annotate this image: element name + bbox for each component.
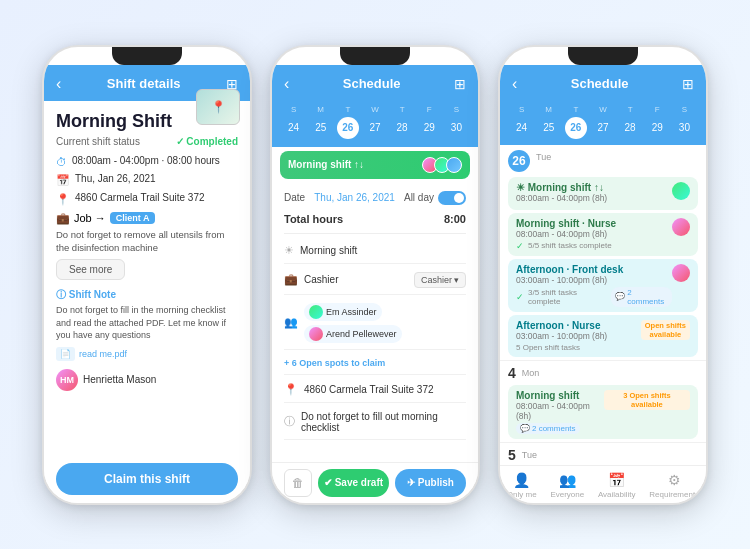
calendar-strip-3: S M T W T F S 24 25 26 27 28 29 30 xyxy=(500,101,706,145)
nav-item-everyone[interactable]: 👥 Everyone xyxy=(550,472,584,499)
back-button-3[interactable]: ‹ xyxy=(512,75,517,93)
map-thumbnail xyxy=(196,89,240,125)
staff-avatar-2 xyxy=(309,327,323,341)
see-more-button[interactable]: See more xyxy=(56,259,125,280)
p3-date-30[interactable]: 30 xyxy=(673,117,695,139)
job-select[interactable]: Cashier ▾ xyxy=(414,272,466,288)
shift-time-frontdesk: 03:00am - 10:00pm (8h) xyxy=(516,275,672,285)
chevron-down-icon: ▾ xyxy=(454,275,459,285)
staff-name-2: Arend Pellewever xyxy=(326,329,397,339)
day-block-26: 26 Tue ☀ Morning shift ↑↓ 08:00am - 04:0… xyxy=(500,145,706,361)
nav-item-availability[interactable]: 📅 Availability xyxy=(598,472,636,499)
day-s2: S xyxy=(445,105,467,114)
date-29[interactable]: 29 xyxy=(418,117,440,139)
dates-row-3: 24 25 26 27 28 29 30 xyxy=(508,117,698,139)
menu-icon-3[interactable]: ⊞ xyxy=(682,76,694,92)
claim-shift-button[interactable]: Claim this shift xyxy=(56,463,238,495)
shift-note-title: ⓘ Shift Note xyxy=(56,288,238,302)
shift-time-mon: 08:00am - 04:00pm (8h) xyxy=(516,401,604,421)
comment-count-2: 2 comments xyxy=(532,424,576,433)
nav-label-requirements: Requirements xyxy=(649,490,699,499)
shift-meta-frontdesk: ✓ 3/5 shift tasks complete 💬 2 comments xyxy=(516,287,672,307)
p3-date-24[interactable]: 24 xyxy=(511,117,533,139)
shift-info-nurse-1: Morning shift · Nurse 08:00am - 04:00pm … xyxy=(516,218,616,251)
p3-day-t1: T xyxy=(565,105,587,114)
day-num-5: 5 xyxy=(508,448,516,462)
shift-title-frontdesk: Afternoon · Front desk xyxy=(516,264,672,275)
availability-icon: 📅 xyxy=(608,472,625,488)
nav-item-requirements[interactable]: ⚙ Requirements xyxy=(649,472,699,499)
back-button-1[interactable]: ‹ xyxy=(56,75,61,93)
delete-button[interactable]: 🗑 xyxy=(284,469,312,497)
everyone-icon: 👥 xyxy=(559,472,576,488)
shift-field-val: Morning shift xyxy=(300,245,466,256)
shift-avatar-frontdesk xyxy=(672,264,690,282)
job-select-val: Cashier xyxy=(421,275,452,285)
meta-text-2: 3/5 shift tasks complete xyxy=(528,288,607,306)
nav-item-only-me[interactable]: 👤 Only me xyxy=(507,472,537,499)
date-27[interactable]: 27 xyxy=(364,117,386,139)
date-info-row: 📅 Thu, Jan 26, 2021 xyxy=(56,173,238,187)
day-s1: S xyxy=(283,105,305,114)
date-30[interactable]: 30 xyxy=(445,117,467,139)
shift-note-desc: Do not forget to fill in the morning che… xyxy=(56,304,238,342)
shift-title-nurse-2: Afternoon · Nurse xyxy=(516,320,607,331)
user-avatar: HM xyxy=(56,369,78,391)
shift-card-mon[interactable]: Morning shift 08:00am - 04:00pm (8h) 💬 2… xyxy=(508,385,698,439)
date-25[interactable]: 25 xyxy=(310,117,332,139)
pdf-row: 📄 read me.pdf xyxy=(56,347,238,361)
phone-2-footer: 🗑 ✔ Save draft ✈ Publish xyxy=(272,462,478,503)
scene: ‹ Shift details ⊞ Morning Shift Current … xyxy=(0,0,750,549)
days-header-2: S M T W T F S xyxy=(280,105,470,114)
shift-title-1: ☀ Morning shift ↑↓ xyxy=(516,182,607,193)
phone-1-footer: Claim this shift xyxy=(44,455,250,503)
calendar-strip-2: S M T W T F S 24 25 26 27 28 29 30 xyxy=(272,101,478,147)
back-button-2[interactable]: ‹ xyxy=(284,75,289,93)
time-info-row: ⏱ 08:00am - 04:00pm · 08:00 hours xyxy=(56,155,238,168)
p3-date-25[interactable]: 25 xyxy=(538,117,560,139)
note-field-val: Do not forget to fill out morning checkl… xyxy=(301,411,466,433)
comment-chip-1: 💬 2 comments xyxy=(611,287,672,307)
date-26-active[interactable]: 26 xyxy=(337,117,359,139)
day-label-4: Mon xyxy=(522,368,540,378)
p3-date-26-active[interactable]: 26 xyxy=(565,117,587,139)
staff-chip-1: Em Assinder xyxy=(304,303,382,321)
shift-card-morning-1[interactable]: ☀ Morning shift ↑↓ 08:00am - 04:00pm (8h… xyxy=(508,177,698,210)
p3-day-m: M xyxy=(538,105,560,114)
phone-1: ‹ Shift details ⊞ Morning Shift Current … xyxy=(42,45,252,505)
date-28[interactable]: 28 xyxy=(391,117,413,139)
job-row: 💼 Job → Client A xyxy=(56,211,238,225)
phone-3-body: 26 Tue ☀ Morning shift ↑↓ 08:00am - 04:0… xyxy=(500,145,706,465)
time-info: 08:00am - 04:00pm · 08:00 hours xyxy=(72,155,220,166)
open-spots-label[interactable]: + 6 Open spots to claim xyxy=(284,358,385,368)
phone-1-screen: ‹ Shift details ⊞ Morning Shift Current … xyxy=(44,65,250,503)
date-24[interactable]: 24 xyxy=(283,117,305,139)
allday-toggle[interactable] xyxy=(438,191,466,205)
p3-date-29[interactable]: 29 xyxy=(646,117,668,139)
job-badge: Client A xyxy=(110,212,156,224)
phone-1-title: Shift details xyxy=(107,76,181,91)
menu-icon-2[interactable]: ⊞ xyxy=(454,76,466,92)
shift-card-nurse-2[interactable]: Afternoon · Nurse 03:00am - 10:00pm (8h)… xyxy=(508,315,698,357)
day-header-4: 4 Mon xyxy=(500,361,706,383)
address-field-icon: 📍 xyxy=(284,383,298,396)
location-icon: 📍 xyxy=(56,193,70,206)
job-description: Do not forget to remove all utensils fro… xyxy=(56,228,238,255)
shift-card-frontdesk[interactable]: Afternoon · Front desk 03:00am - 10:00pm… xyxy=(508,259,698,312)
day-block-4: 4 Mon Morning shift 08:00am - 04:00pm (8… xyxy=(500,361,706,443)
save-draft-button[interactable]: ✔ Save draft xyxy=(318,469,389,497)
p3-date-27[interactable]: 27 xyxy=(592,117,614,139)
comment-icon: 💬 xyxy=(615,292,625,301)
shift-card-nurse-1[interactable]: Morning shift · Nurse 08:00am - 04:00pm … xyxy=(508,213,698,256)
total-row: Total hours 8:00 xyxy=(284,213,466,234)
day-label-26: Tue xyxy=(536,152,551,162)
p3-date-28[interactable]: 28 xyxy=(619,117,641,139)
shift-title-nurse-1: Morning shift · Nurse xyxy=(516,218,616,229)
pdf-name[interactable]: read me.pdf xyxy=(79,349,127,359)
shift-row-mon: Morning shift 08:00am - 04:00pm (8h) 💬 2… xyxy=(516,390,690,434)
note-field-row: ⓘ Do not forget to fill out morning chec… xyxy=(284,411,466,440)
publish-button[interactable]: ✈ Publish xyxy=(395,469,466,497)
shift-avatar-nurse xyxy=(672,218,690,236)
day-w: W xyxy=(364,105,386,114)
calendar-icon: 📅 xyxy=(56,174,70,187)
